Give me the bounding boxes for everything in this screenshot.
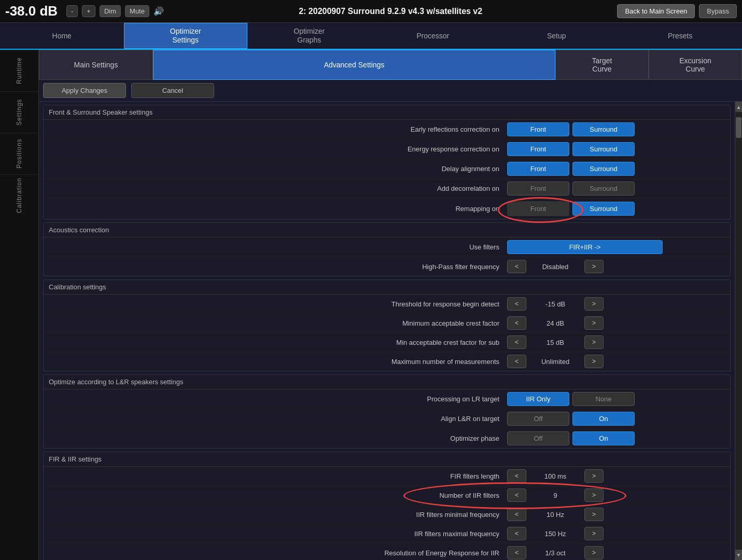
energy-res-arrow-right[interactable]: > xyxy=(584,546,604,559)
highpass-arrow-right[interactable]: > xyxy=(584,260,604,273)
delay-alignment-front[interactable]: Front xyxy=(507,162,569,176)
remapping-front[interactable]: Front xyxy=(507,201,569,216)
iir-min-freq-arrow-left[interactable]: < xyxy=(507,508,526,521)
tab-advanced-settings[interactable]: Advanced Settings xyxy=(153,50,555,80)
min-crest-sub-arrow-left[interactable]: < xyxy=(507,335,526,349)
mute-button[interactable]: Mute xyxy=(125,5,149,17)
label-max-measurements: Maximum number of measurements xyxy=(49,358,507,366)
processing-lr-none[interactable]: None xyxy=(572,392,635,406)
row-early-reflections: Early reflections correction on Front Su… xyxy=(44,120,730,139)
section-title-fir-iir: FIR & IIR settings xyxy=(44,452,730,467)
label-min-crest-sub: Min acceptable crest factor for sub xyxy=(49,339,507,346)
delay-alignment-surround[interactable]: Surround xyxy=(572,162,635,176)
min-crest-sub-value: 15 dB xyxy=(529,339,581,346)
sidebar-item-positions[interactable]: Positions xyxy=(0,133,38,174)
content-area: Main Settings Advanced Settings TargetCu… xyxy=(39,50,742,560)
controls-min-crest: < 24 dB > xyxy=(507,316,725,330)
threshold-arrow-left[interactable]: < xyxy=(507,297,526,311)
scroll-area: Front & Surround Speaker settings Early … xyxy=(39,102,735,560)
num-iir-arrow-right[interactable]: > xyxy=(584,488,604,502)
tab-presets[interactable]: Presets xyxy=(619,23,743,49)
threshold-arrow-right[interactable]: > xyxy=(584,297,604,311)
scrollbar-track xyxy=(735,112,742,550)
tab-main-settings[interactable]: Main Settings xyxy=(39,50,153,80)
fir-length-arrow-right[interactable]: > xyxy=(584,469,604,483)
row-min-crest: Minimum acceptable crest factor < 24 dB … xyxy=(44,314,730,333)
sidebar: Runtime Settings Positions Calibration xyxy=(0,50,39,560)
controls-max-measurements: < Unlimited > xyxy=(507,355,725,368)
add-decorrelation-front[interactable]: Front xyxy=(507,181,569,195)
scrollbar-up[interactable]: ▲ xyxy=(735,102,742,112)
bypass-button[interactable]: Bypass xyxy=(699,4,737,18)
min-crest-arrow-right[interactable]: > xyxy=(584,316,604,330)
tab-optimizer-graphs[interactable]: OptimizerGraphs xyxy=(247,23,371,49)
align-lr-off[interactable]: Off xyxy=(507,412,569,426)
energy-response-surround[interactable]: Surround xyxy=(572,142,635,156)
label-iir-min-freq: IIR filters minimal frequency xyxy=(49,511,507,519)
highpass-arrow-left[interactable]: < xyxy=(507,260,526,273)
energy-res-arrow-left[interactable]: < xyxy=(507,546,526,559)
controls-energy-response: Front Surround xyxy=(507,142,725,156)
max-measurements-arrow-left[interactable]: < xyxy=(507,355,526,368)
db-display: -38.0 dB xyxy=(5,3,62,19)
minus-button[interactable]: - xyxy=(66,5,78,17)
tab-setup[interactable]: Setup xyxy=(495,23,619,49)
controls-iir-max-freq: < 150 Hz > xyxy=(507,527,725,540)
use-filters-value[interactable]: FIR+IIR -> xyxy=(507,240,663,254)
label-early-reflections: Early reflections correction on xyxy=(49,125,507,133)
tab-home[interactable]: Home xyxy=(0,23,124,49)
fir-length-value: 100 ms xyxy=(529,472,581,480)
sidebar-item-calibration[interactable]: Calibration xyxy=(0,174,38,216)
label-num-iir: Number of IIR filters xyxy=(49,492,507,499)
iir-max-freq-value: 150 Hz xyxy=(529,530,581,538)
optimizer-phase-on[interactable]: On xyxy=(572,431,635,445)
iir-min-freq-arrow-right[interactable]: > xyxy=(584,508,604,521)
controls-min-crest-sub: < 15 dB > xyxy=(507,335,725,349)
early-reflections-front[interactable]: Front xyxy=(507,122,569,136)
remapping-surround[interactable]: Surround xyxy=(572,202,635,216)
section-calibration: Calibration settings Threshold for respo… xyxy=(43,279,731,371)
row-align-lr: Align L&R on target Off On xyxy=(44,409,730,429)
min-crest-arrow-left[interactable]: < xyxy=(507,316,526,330)
label-energy-response: Energy response correction on xyxy=(49,145,507,153)
align-lr-on[interactable]: On xyxy=(572,412,635,426)
row-delay-alignment: Delay alignment on Front Surround xyxy=(44,159,730,179)
tab-processor[interactable]: Processor xyxy=(371,23,495,49)
cancel-button[interactable]: Cancel xyxy=(131,83,214,98)
label-add-decorrelation: Add decorrelation on xyxy=(49,185,507,192)
tab-optimizer-settings[interactable]: OptimizerSettings xyxy=(124,23,248,49)
label-threshold: Threshold for response begin detect xyxy=(49,300,507,308)
right-scrollbar[interactable]: ▲ ▼ xyxy=(735,102,742,560)
back-to-main-button[interactable]: Back to Main Screen xyxy=(617,4,695,18)
tab-target-curve[interactable]: TargetCurve xyxy=(555,50,649,80)
optimizer-phase-off[interactable]: Off xyxy=(507,431,569,445)
early-reflections-surround[interactable]: Surround xyxy=(572,122,635,136)
processing-lr-iir[interactable]: IIR Only xyxy=(507,392,569,406)
scrollbar-thumb[interactable] xyxy=(736,117,741,138)
scrollbar-down[interactable]: ▼ xyxy=(735,550,742,560)
label-delay-alignment: Delay alignment on xyxy=(49,165,507,173)
sidebar-item-settings[interactable]: Settings xyxy=(0,91,38,133)
controls-delay-alignment: Front Surround xyxy=(507,162,725,176)
energy-response-front[interactable]: Front xyxy=(507,142,569,156)
label-fir-length: FIR filters length xyxy=(49,472,507,480)
iir-max-freq-arrow-left[interactable]: < xyxy=(507,527,526,540)
dim-button[interactable]: Dim xyxy=(100,5,121,17)
controls-threshold: < -15 dB > xyxy=(507,297,725,311)
iir-max-freq-arrow-right[interactable]: > xyxy=(584,527,604,540)
min-crest-sub-arrow-right[interactable]: > xyxy=(584,335,604,349)
controls-highpass: < Disabled > xyxy=(507,260,725,273)
top-bar: -38.0 dB - + Dim Mute 🔊 2: 20200907 Surr… xyxy=(0,0,742,23)
row-use-filters: Use filters FIR+IIR -> xyxy=(44,237,730,257)
add-decorrelation-surround[interactable]: Surround xyxy=(572,181,635,195)
sidebar-item-runtime[interactable]: Runtime xyxy=(0,50,38,91)
apply-changes-button[interactable]: Apply Changes xyxy=(43,83,126,98)
num-iir-arrow-left[interactable]: < xyxy=(507,488,526,502)
max-measurements-arrow-right[interactable]: > xyxy=(584,355,604,368)
row-iir-min-freq: IIR filters minimal frequency < 10 Hz > xyxy=(44,505,730,524)
tab-excursion-curve[interactable]: ExcursionCurve xyxy=(649,50,742,80)
fir-length-arrow-left[interactable]: < xyxy=(507,469,526,483)
plus-button[interactable]: + xyxy=(82,5,95,17)
highpass-value: Disabled xyxy=(529,263,581,271)
energy-res-value: 1/3 oct xyxy=(529,549,581,557)
